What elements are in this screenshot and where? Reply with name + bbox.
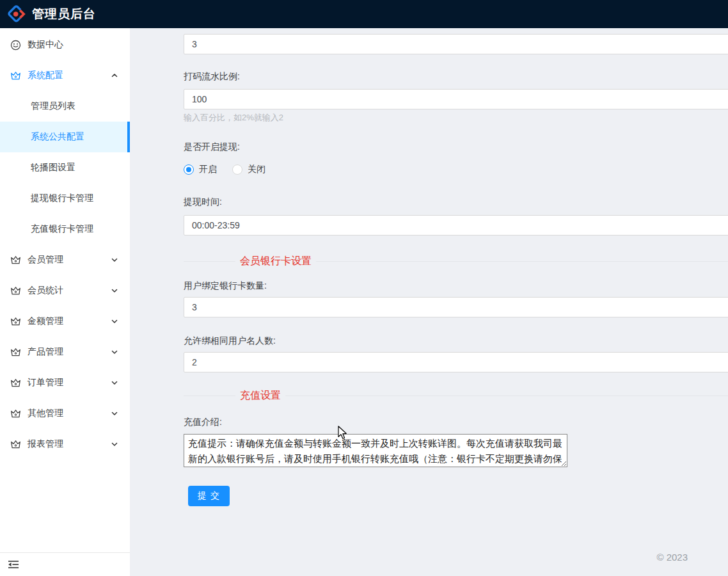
crown-icon (10, 316, 21, 327)
sidebar-item-label: 轮播图设置 (31, 162, 75, 173)
withdraw-time-label: 提现时间: (184, 195, 728, 208)
recharge-section-title: 充值设置 (240, 389, 281, 403)
sidebar-item-label: 数据中心 (28, 39, 120, 51)
radio-off[interactable] (232, 164, 242, 175)
menu-fold-icon[interactable] (8, 559, 19, 570)
chevron-down-icon[interactable] (111, 440, 118, 448)
sidebar-item-withdraw-bankcard[interactable]: 提现银行卡管理 (0, 183, 130, 214)
sidebar-item-label: 产品管理 (28, 346, 111, 358)
withdraw-switch-group: 开启 关闭 (184, 163, 728, 176)
sidebar-item-report-management[interactable]: 报表管理 (0, 429, 130, 460)
crown-icon (10, 70, 21, 81)
chevron-down-icon[interactable] (111, 317, 118, 325)
bind-card-count-label: 用户绑定银行卡数量: (184, 279, 728, 292)
copyright-text: © 2023 (656, 552, 688, 563)
radio-on[interactable] (184, 164, 194, 175)
sidebar-item-recharge-bankcard[interactable]: 充值银行卡管理 (0, 214, 130, 244)
sidebar-item-order-management[interactable]: 订单管理 (0, 367, 130, 398)
bind-card-count-input[interactable] (184, 297, 728, 317)
sidebar-item-label: 其他管理 (28, 408, 111, 419)
chevron-down-icon[interactable] (111, 348, 118, 356)
top-number-input[interactable] (184, 34, 728, 54)
sidebar-item-member-statistics[interactable]: 会员统计 (0, 275, 130, 306)
sidebar-item-label: 报表管理 (28, 438, 111, 450)
crown-icon (10, 378, 21, 388)
sidebar-item-admin-list[interactable]: 管理员列表 (0, 91, 130, 122)
sidebar-item-label: 管理员列表 (31, 100, 75, 112)
withdraw-time-input[interactable] (184, 215, 728, 236)
sidebar-item-system-public-config[interactable]: 系统公共配置 (0, 122, 130, 152)
same-username-count-label: 允许绑相同用户名人数: (184, 334, 728, 347)
main-content: 打码流水比例: 输入百分比，如2%就输入2 是否开启提现: 开启 关闭 提现时间… (130, 28, 728, 576)
sidebar-item-label: 充值银行卡管理 (31, 223, 93, 235)
crown-icon (10, 285, 21, 296)
sidebar-item-label: 系统配置 (28, 70, 111, 81)
sidebar-item-label: 提现银行卡管理 (31, 193, 93, 204)
submit-button[interactable]: 提 交 (188, 486, 230, 506)
sidebar-item-system-config[interactable]: 系统配置 (0, 60, 130, 91)
sidebar-item-member-management[interactable]: 会员管理 (0, 244, 130, 275)
sidebar-item-product-management[interactable]: 产品管理 (0, 337, 130, 367)
sidebar: 数据中心 系统配置 管理员列表 系统公共配置 轮播图设置 提现银行卡管理 充值银… (0, 28, 130, 576)
crown-icon (10, 408, 21, 419)
sidebar-item-label: 金额管理 (28, 316, 111, 327)
system-config-form: 打码流水比例: 输入百分比，如2%就输入2 是否开启提现: 开启 关闭 提现时间… (130, 28, 728, 506)
crown-icon (10, 439, 21, 450)
withdraw-switch-label: 是否开启提现: (184, 140, 728, 153)
bank-section-divider: 会员银行卡设置 (184, 254, 728, 268)
recharge-intro-label: 充值介绍: (184, 415, 728, 428)
chevron-down-icon[interactable] (111, 256, 118, 264)
sidebar-item-data-center[interactable]: 数据中心 (0, 29, 130, 60)
sidebar-item-label: 系统公共配置 (31, 131, 84, 143)
crown-icon (10, 255, 21, 266)
crown-icon (10, 347, 21, 358)
recharge-intro-textarea[interactable]: 充值提示：请确保充值金额与转账金额一致并及时上次转账详图。每次充值请获取我司最新… (184, 434, 567, 467)
chevron-down-icon[interactable] (111, 379, 118, 387)
smile-icon (10, 40, 21, 51)
sidebar-item-other-management[interactable]: 其他管理 (0, 398, 130, 429)
sidebar-item-amount-management[interactable]: 金额管理 (0, 306, 130, 337)
radio-off-label: 关闭 (248, 164, 265, 175)
dama-ratio-input[interactable] (184, 89, 728, 109)
radio-on-label: 开启 (199, 164, 217, 175)
bank-section-title: 会员银行卡设置 (240, 255, 312, 268)
chevron-down-icon[interactable] (111, 287, 118, 294)
app-header: 管理员后台 (0, 0, 728, 28)
sidebar-item-carousel-settings[interactable]: 轮播图设置 (0, 152, 130, 183)
chevron-down-icon[interactable] (111, 410, 118, 417)
sidebar-item-label: 会员统计 (28, 285, 111, 296)
chevron-up-icon[interactable] (111, 72, 118, 79)
app-title: 管理员后台 (32, 6, 96, 22)
sidebar-item-label: 订单管理 (28, 377, 111, 388)
dama-ratio-label: 打码流水比例: (184, 70, 728, 83)
same-username-count-input[interactable] (184, 352, 728, 372)
sidebar-footer (0, 552, 130, 576)
recharge-section-divider: 充值设置 (184, 388, 728, 403)
sidebar-item-label: 会员管理 (28, 254, 111, 266)
app-logo-icon (6, 4, 27, 24)
dama-ratio-hint: 输入百分比，如2%就输入2 (184, 112, 728, 123)
